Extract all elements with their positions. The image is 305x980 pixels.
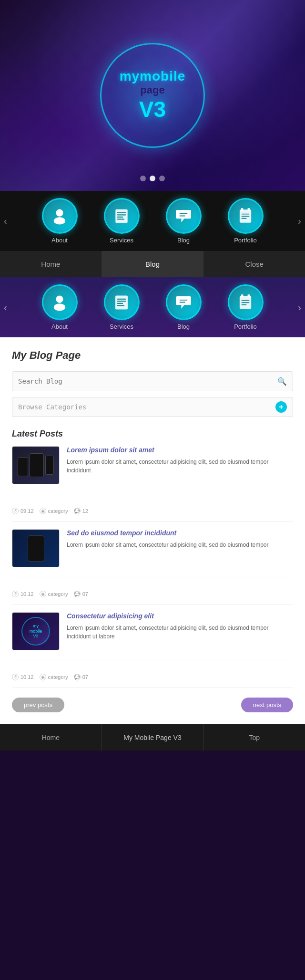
blog-icon-1 bbox=[174, 207, 193, 225]
nav-arrow-right-2[interactable]: › bbox=[298, 302, 301, 313]
svg-rect-24 bbox=[180, 302, 185, 302]
footer-title-label: My Mobile Page V3 bbox=[123, 734, 181, 741]
meta-category-1: ◉ category bbox=[40, 508, 68, 514]
tag-icon-2: ◉ bbox=[40, 591, 46, 597]
meta-comments-2: 💬 07 bbox=[74, 591, 88, 597]
tab-home[interactable]: Home bbox=[0, 251, 102, 277]
nav-services-2[interactable]: Services bbox=[98, 284, 145, 330]
services-icon-2 bbox=[112, 293, 131, 312]
svg-rect-29 bbox=[242, 302, 250, 303]
pagination: prev posts next posts bbox=[12, 698, 293, 712]
svg-rect-28 bbox=[242, 300, 250, 301]
meta-date-1: ⏱ 09.12 bbox=[12, 508, 34, 514]
next-posts-button[interactable]: next posts bbox=[241, 698, 293, 712]
post-headline-1[interactable]: Lorem ipsum dolor sit amet bbox=[67, 446, 293, 454]
footer: Home My Mobile Page V3 Top bbox=[0, 724, 305, 751]
person-icon-1 bbox=[51, 207, 69, 225]
post-meta-2: ⏱ 10.12 ◉ category 💬 07 bbox=[12, 587, 293, 605]
blog-circle-2 bbox=[166, 284, 202, 320]
svg-rect-20 bbox=[117, 301, 126, 302]
meta-date-3: ⏱ 10.12 bbox=[12, 674, 34, 680]
post-excerpt-1: Lorem ipsum dolor sit amet, consectetur … bbox=[67, 458, 293, 475]
post-content-1: Lorem ipsum dolor sit amet Lorem ipsum d… bbox=[67, 446, 293, 484]
svg-rect-15 bbox=[242, 218, 247, 219]
nav-about-2[interactable]: About bbox=[36, 284, 83, 330]
person-icon-2 bbox=[51, 293, 69, 312]
nav-about-1[interactable]: About bbox=[36, 198, 83, 244]
services-label-1: Services bbox=[110, 237, 133, 244]
nav-services-1[interactable]: Services bbox=[98, 198, 145, 244]
tag-icon-1: ◉ bbox=[40, 508, 46, 514]
svg-rect-26 bbox=[241, 294, 244, 297]
meta-category-2: ◉ category bbox=[40, 591, 68, 597]
tab-blog[interactable]: Blog bbox=[102, 251, 204, 277]
nav-arrow-right-1[interactable]: › bbox=[298, 216, 301, 227]
search-icon[interactable]: 🔍 bbox=[277, 377, 287, 386]
portfolio-circle-1 bbox=[228, 198, 264, 234]
about-label-2: About bbox=[51, 323, 68, 330]
post-headline-3[interactable]: Consectetur adipisicing elit bbox=[67, 612, 293, 620]
nav-arrow-left-2[interactable]: ‹ bbox=[4, 302, 7, 313]
category-expand-icon[interactable]: + bbox=[275, 401, 287, 413]
services-label-2: Services bbox=[110, 323, 133, 330]
search-bar[interactable]: 🔍 bbox=[12, 371, 293, 391]
post-excerpt-2: Lorem ipsum dolor sit amet, consectetur … bbox=[67, 541, 293, 549]
svg-point-1 bbox=[54, 217, 65, 224]
post-meta-1: ⏱ 09.12 ◉ category 💬 12 bbox=[12, 504, 293, 522]
post-headline-2[interactable]: Sed do eiusmod tempor incididunt bbox=[67, 529, 293, 537]
post-excerpt-3: Lorem ipsum dolor sit amet, consectetur … bbox=[67, 624, 293, 641]
svg-rect-19 bbox=[117, 298, 126, 299]
footer-top[interactable]: Top bbox=[203, 724, 305, 751]
category-label: Browse Categories bbox=[18, 403, 86, 411]
nav-row-2: ‹ About Services bbox=[0, 277, 305, 337]
post-content-3: Consectetur adipisicing elit Lorem ipsum… bbox=[67, 612, 293, 650]
post-meta-3: ⏱ 10.12 ◉ category 💬 07 bbox=[12, 670, 293, 688]
footer-top-label: Top bbox=[249, 734, 260, 741]
dot-1[interactable] bbox=[140, 176, 146, 181]
svg-rect-12 bbox=[248, 208, 250, 211]
latest-posts-title: Latest Posts bbox=[12, 429, 293, 439]
nav-blog-2[interactable]: Blog bbox=[160, 284, 207, 330]
svg-rect-9 bbox=[180, 215, 185, 216]
svg-point-16 bbox=[56, 295, 63, 302]
nav-portfolio-2[interactable]: Portfolio bbox=[222, 284, 269, 330]
post-thumb-2 bbox=[12, 529, 60, 567]
clock-icon-3: ⏱ bbox=[12, 674, 19, 680]
category-bar[interactable]: Browse Categories + bbox=[12, 397, 293, 417]
dot-2[interactable] bbox=[150, 176, 155, 181]
portfolio-circle-2 bbox=[228, 284, 264, 320]
footer-title: My Mobile Page V3 bbox=[102, 724, 204, 751]
services-icon-1 bbox=[112, 207, 131, 225]
tab-bar: Home Blog Close bbox=[0, 251, 305, 277]
footer-home[interactable]: Home bbox=[0, 724, 102, 751]
svg-point-17 bbox=[54, 303, 65, 311]
hero-logo: mymobile page V3 bbox=[100, 43, 205, 148]
blog-section: My Blog Page 🔍 Browse Categories + Lates… bbox=[0, 337, 305, 724]
tab-close[interactable]: Close bbox=[203, 251, 305, 277]
portfolio-icon-2 bbox=[236, 293, 254, 312]
nav-portfolio-1[interactable]: Portfolio bbox=[222, 198, 269, 244]
comment-icon-1: 💬 bbox=[74, 508, 81, 514]
about-circle-2 bbox=[42, 284, 78, 320]
about-label-1: About bbox=[51, 237, 68, 244]
nav-items-1: About Services bbox=[36, 198, 269, 244]
nav-row-1: ‹ About bbox=[0, 191, 305, 251]
nav-arrow-left-1[interactable]: ‹ bbox=[4, 216, 7, 227]
clock-icon-1: ⏱ bbox=[12, 508, 19, 514]
dot-3[interactable] bbox=[159, 176, 165, 181]
nav-items-2: About Services bbox=[36, 284, 269, 330]
logo-mini: mymobileV3 bbox=[21, 617, 50, 646]
post-card-2: Sed do eiusmod tempor incididunt Lorem i… bbox=[12, 529, 293, 577]
search-input[interactable] bbox=[18, 377, 277, 385]
prev-posts-button[interactable]: prev posts bbox=[12, 698, 64, 712]
comment-icon-3: 💬 bbox=[74, 674, 81, 680]
phones-graphic bbox=[18, 453, 54, 477]
tag-icon-3: ◉ bbox=[40, 674, 46, 680]
nav-blog-1[interactable]: Blog bbox=[160, 198, 207, 244]
services-circle-1 bbox=[104, 198, 140, 234]
svg-rect-2 bbox=[115, 209, 128, 223]
svg-rect-7 bbox=[117, 219, 124, 219]
clock-icon-2: ⏱ bbox=[12, 591, 19, 597]
svg-rect-8 bbox=[180, 213, 188, 214]
blog-icon-2 bbox=[174, 293, 193, 312]
